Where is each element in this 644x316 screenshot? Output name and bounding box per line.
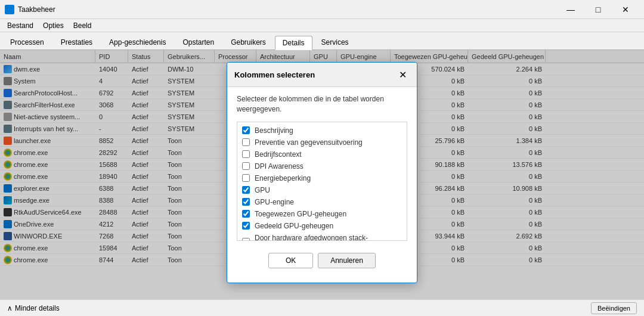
menu-bestand[interactable]: Bestand: [2, 20, 38, 31]
main-content: Naam PID Status Gebruikers... Processor …: [0, 50, 644, 299]
tab-opstarten[interactable]: Opstarten: [175, 35, 222, 49]
checkbox-item[interactable]: DPI Awareness: [237, 160, 407, 172]
kolommen-selecteren-dialog: Kolommen selecteren ✕ Selecteer de kolom…: [227, 62, 417, 283]
checkbox-label: GPU-engine: [255, 198, 294, 206]
tab-gebruikers[interactable]: Gebruikers: [223, 35, 274, 49]
tab-services[interactable]: Services: [314, 35, 357, 49]
menu-beeld[interactable]: Beeld: [69, 20, 97, 31]
checkbox-item[interactable]: GPU-engine: [237, 196, 407, 208]
checkbox-item[interactable]: Beschrijving: [237, 125, 407, 137]
checkbox-label: Preventie van gegevensuitvoering: [255, 138, 363, 147]
checkbox-label: Gedeeld GPU-geheugen: [255, 222, 333, 230]
window-controls: — □ ✕: [557, 0, 639, 19]
tab-prestaties[interactable]: Prestaties: [53, 35, 100, 49]
dialog-close-button[interactable]: ✕: [395, 67, 410, 82]
checkbox-input[interactable]: [242, 238, 250, 241]
checkbox-input[interactable]: [242, 138, 250, 146]
dialog-title: Kolommen selecteren: [234, 70, 315, 79]
checkbox-input[interactable]: [242, 186, 250, 194]
menu-opties[interactable]: Opties: [38, 20, 69, 31]
checkbox-item[interactable]: Door hardware afgedwongen stack-bescherm…: [237, 232, 407, 241]
checkbox-item[interactable]: Toegewezen GPU-geheugen: [237, 208, 407, 220]
status-bar: ∧ Minder details Beëindigen: [0, 299, 644, 316]
checkbox-input[interactable]: [242, 162, 250, 170]
checkbox-input[interactable]: [242, 126, 250, 134]
tab-processen[interactable]: Processen: [2, 35, 52, 49]
tab-app-geschiedenis[interactable]: App-geschiedenis: [101, 35, 174, 49]
dialog-body: Selecteer de kolommen die in de tabel wo…: [227, 87, 417, 283]
checkbox-input[interactable]: [242, 198, 250, 206]
checkbox-label: Toegewezen GPU-geheugen: [255, 210, 346, 218]
tab-details[interactable]: Details: [275, 36, 312, 50]
checkbox-label: GPU: [255, 186, 270, 194]
checkbox-input[interactable]: [242, 174, 250, 182]
checkbox-label: Beschrijving: [255, 126, 293, 135]
checkbox-item[interactable]: Preventie van gegevensuitvoering: [237, 137, 407, 148]
dialog-ok-button[interactable]: OK: [268, 253, 313, 268]
checkbox-label: Energiebeperking: [255, 174, 311, 182]
checkbox-input[interactable]: [242, 150, 250, 158]
dialog-titlebar: Kolommen selecteren ✕: [227, 63, 417, 87]
checkbox-label: DPI Awareness: [255, 162, 304, 171]
dialog-checkbox-list[interactable]: Beschrijving Preventie van gegevensuitvo…: [237, 122, 407, 241]
checkbox-item[interactable]: Energiebeperking: [237, 172, 407, 184]
checkbox-item[interactable]: Bedrijfscontext: [237, 148, 407, 160]
app-title: Taakbeheer: [18, 5, 55, 14]
checkbox-label: Bedrijfscontext: [255, 150, 302, 159]
close-button[interactable]: ✕: [612, 0, 639, 19]
maximize-button[interactable]: □: [584, 0, 612, 19]
dialog-footer: OK Annuleren: [237, 248, 407, 275]
dialog-overlay: Kolommen selecteren ✕ Selecteer de kolom…: [0, 50, 644, 299]
checkbox-item[interactable]: GPU: [237, 184, 407, 196]
minder-details-label: Minder details: [15, 304, 60, 312]
checkbox-label: Door hardware afgedwongen stack-bescherm…: [255, 234, 402, 241]
title-bar: Taakbeheer — □ ✕: [0, 0, 644, 19]
minder-details-button[interactable]: ∧ Minder details: [7, 304, 60, 312]
dialog-cancel-button[interactable]: Annuleren: [318, 253, 376, 268]
beindigen-button[interactable]: Beëindigen: [591, 302, 637, 314]
menu-bar: Bestand Opties Beeld: [0, 19, 644, 32]
app-icon: [5, 5, 14, 14]
checkbox-input[interactable]: [242, 222, 250, 230]
dialog-description: Selecteer de kolommen die in de tabel wo…: [237, 94, 407, 114]
checkbox-item[interactable]: Gedeeld GPU-geheugen: [237, 220, 407, 232]
chevron-up-icon: ∧: [7, 304, 13, 312]
minimize-button[interactable]: —: [557, 0, 584, 19]
checkbox-input[interactable]: [242, 210, 250, 218]
tab-bar: Processen Prestaties App-geschiedenis Op…: [0, 32, 644, 50]
